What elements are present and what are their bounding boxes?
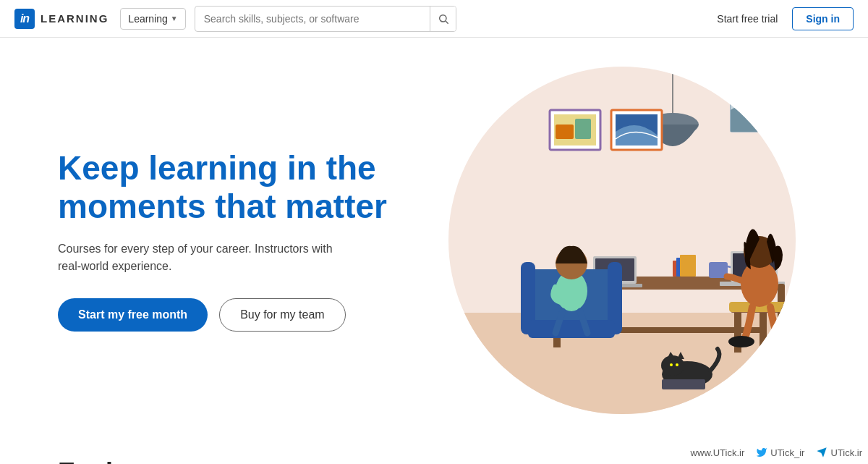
chevron-down-icon: ▼: [171, 14, 178, 22]
svg-point-45: [670, 363, 673, 366]
hero-section: Keep learning in the moments that matter…: [0, 38, 868, 429]
hero-illustration: [434, 67, 810, 414]
svg-point-0: [439, 14, 446, 21]
sign-in-button[interactable]: Sign in: [792, 7, 854, 30]
svg-point-40: [768, 336, 794, 347]
hero-subtitle: Courses for every step of your career. I…: [58, 240, 333, 275]
svg-rect-7: [575, 119, 591, 139]
search-icon: [438, 13, 449, 25]
telegram-handle: UTick.ir: [830, 447, 862, 458]
navbar: in LEARNING Learning ▼ Start free trial …: [0, 0, 868, 38]
svg-point-46: [676, 363, 678, 366]
search-container: [195, 6, 456, 32]
start-free-trial-link[interactable]: Start free trial: [717, 13, 778, 25]
explore-title: Explore courses: [58, 457, 810, 464]
linkedin-learning-logo[interactable]: in LEARNING: [14, 9, 109, 29]
watermark-site: www.UTick.ir: [691, 447, 745, 458]
svg-rect-18: [680, 255, 696, 277]
watermark-twitter: UTick_ir: [756, 447, 804, 458]
watermark-telegram: UTick.ir: [816, 447, 862, 458]
svg-rect-29: [528, 320, 615, 338]
hero-content: Keep learning in the moments that matter…: [58, 149, 434, 332]
buy-for-team-button[interactable]: Buy for my team: [219, 298, 345, 332]
svg-point-39: [728, 336, 754, 347]
logo-text: LEARNING: [41, 12, 109, 25]
hero-circle-bg: [448, 67, 796, 414]
hero-buttons: Start my free month Buy for my team: [58, 298, 434, 332]
twitter-handle: UTick_ir: [770, 447, 804, 458]
svg-rect-34: [778, 313, 785, 353]
search-button[interactable]: [430, 6, 456, 32]
svg-rect-6: [556, 125, 574, 139]
svg-line-1: [446, 21, 448, 24]
search-input[interactable]: [195, 13, 430, 25]
telegram-icon: [816, 447, 827, 458]
hero-title: Keep learning in the moments that matter: [58, 149, 434, 226]
learning-dropdown-label: Learning: [128, 13, 168, 25]
learning-dropdown[interactable]: Learning ▼: [120, 8, 185, 30]
watermark: www.UTick.ir UTick_ir UTick.ir: [691, 447, 862, 458]
start-free-month-button[interactable]: Start my free month: [58, 298, 208, 332]
svg-rect-47: [662, 379, 705, 389]
linkedin-icon: in: [14, 9, 35, 29]
twitter-icon: [756, 447, 767, 458]
hero-scene-svg: [448, 67, 796, 414]
